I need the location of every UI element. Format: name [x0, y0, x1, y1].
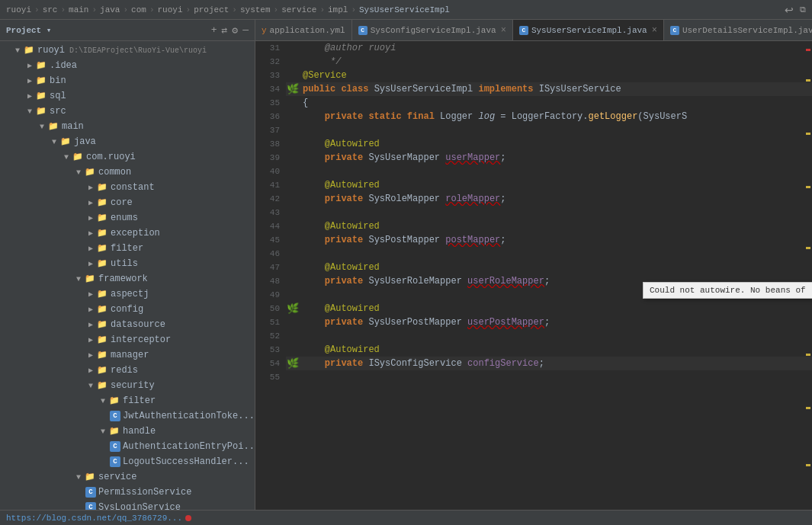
tab-userdetailsserviceimpl[interactable]: C UserDetailsServiceImpl.java ×	[664, 20, 812, 40]
sync-icon[interactable]: ⇄	[222, 24, 228, 37]
tab-sysuserserviceimpl[interactable]: C SysUserServiceImpl.java ×	[513, 20, 664, 40]
class-icon-jwt: C	[110, 411, 120, 421]
tree-item-idea[interactable]: ▶ 📁 .idea	[0, 58, 255, 73]
status-link[interactable]: https://blog.csdn.net/qq_3786729...	[6, 514, 182, 523]
tree-item-interceptor[interactable]: ▶ 📁 interceptor	[0, 332, 255, 347]
breadcrumb-ruoyi[interactable]: ruoyi	[6, 5, 31, 14]
tree-label-java: java	[74, 136, 96, 147]
folder-icon-enums: 📁	[96, 212, 108, 224]
code-line-52: 52	[255, 329, 812, 343]
line-content-39: private SysUserMapper userMapper;	[300, 151, 812, 165]
breadcrumb-java[interactable]: java	[100, 5, 120, 14]
breadcrumb-com[interactable]: com	[131, 5, 146, 14]
collapse-icon[interactable]: —	[242, 24, 249, 37]
breadcrumb-main[interactable]: main	[69, 5, 88, 14]
tree-item-framework[interactable]: ▼ 📁 framework	[0, 271, 255, 287]
gutter-50: 🌿	[286, 302, 300, 315]
arrow-exception: ▶	[85, 229, 96, 238]
tab-application-yml[interactable]: y application.yml	[255, 20, 352, 40]
code-line-50: 50 🌿 @Autowired	[255, 302, 812, 315]
arrow-bin: ▶	[24, 76, 35, 85]
tree-item-core[interactable]: ▶ 📁 core	[0, 195, 255, 210]
window-control[interactable]: ⧉	[800, 5, 806, 14]
tree-item-filter[interactable]: ▶ 📁 filter	[0, 241, 255, 256]
tree-label-src: src	[50, 106, 66, 117]
tree-item-utils[interactable]: ▶ 📁 utils	[0, 256, 255, 271]
tree-item-bin[interactable]: ▶ 📁 bin	[0, 73, 255, 88]
tree-item-jwt[interactable]: C JwtAuthenticationToke...	[0, 408, 255, 424]
tree-item-redis[interactable]: ▶ 📁 redis	[0, 363, 255, 378]
settings-icon[interactable]: ⚙	[232, 24, 238, 37]
arrow-ruoyi: ▼	[12, 46, 23, 55]
gutter-icon-54: 🌿	[287, 358, 299, 370]
tab-label-yml: application.yml	[270, 26, 345, 35]
add-icon[interactable]: +	[211, 24, 217, 37]
tree-label-filter: filter	[111, 243, 143, 254]
arrow-security: ▼	[85, 382, 96, 390]
breadcrumb-system[interactable]: system	[240, 5, 271, 14]
tree-item-java[interactable]: ▼ 📁 java	[0, 134, 255, 149]
tree-item-aspectj[interactable]: ▶ 📁 aspectj	[0, 287, 255, 302]
tree-item-manager[interactable]: ▶ 📁 manager	[0, 347, 255, 363]
tree-item-com-ruoyi[interactable]: ▼ 📁 com.ruoyi	[0, 149, 255, 165]
tree-item-syslogin-service[interactable]: C SysLoginService	[0, 500, 255, 510]
folder-icon-handle: 📁	[108, 425, 120, 437]
gutter-36	[286, 110, 300, 123]
gutter-46	[286, 247, 300, 261]
tree-label-handle: handle	[123, 426, 156, 437]
tree-label-syslogin: SysLoginService	[98, 502, 181, 510]
folder-icon-filter2: 📁	[108, 395, 120, 407]
tree-item-ruoyi[interactable]: ▼ 📁 ruoyi D:\IDEAProject\RuoYi-Vue\ruoyi	[0, 43, 255, 58]
folder-icon-config: 📁	[96, 303, 108, 315]
code-editor[interactable]: 31 @author ruoyi 32 */ 33 @Service	[255, 41, 812, 510]
tree-item-filter2[interactable]: ▼ 📁 filter	[0, 393, 255, 408]
tree-item-enums[interactable]: ▶ 📁 enums	[0, 210, 255, 226]
folder-icon-interceptor: 📁	[96, 334, 108, 346]
line-content-37	[300, 123, 812, 137]
margin-mark-warn1	[806, 79, 810, 82]
tree-item-sql[interactable]: ▶ 📁 sql	[0, 88, 255, 104]
tree-item-permission-service[interactable]: C PermissionService	[0, 485, 255, 500]
root-path: D:\IDEAProject\RuoYi-Vue\ruoyi	[69, 46, 207, 55]
arrow-redis: ▶	[85, 366, 96, 375]
breadcrumb-src[interactable]: src	[43, 5, 58, 14]
tree-item-logout[interactable]: C LogoutSuccessHandler...	[0, 454, 255, 469]
tree-item-handle[interactable]: ▼ 📁 handle	[0, 424, 255, 439]
folder-icon-service: 📁	[84, 471, 96, 483]
gutter-39	[286, 151, 300, 165]
line-content-51: private SysUserPostMapper userPostMapper…	[300, 315, 812, 329]
yml-icon: y	[262, 26, 267, 35]
line-content-44: @Autowired	[300, 219, 812, 233]
folder-icon-src: 📁	[35, 105, 47, 117]
tree-item-service[interactable]: ▼ 📁 service	[0, 469, 255, 485]
close-tab-sysconfig[interactable]: ×	[501, 25, 506, 36]
tree-item-exception[interactable]: ▶ 📁 exception	[0, 226, 255, 241]
tree-item-constant[interactable]: ▶ 📁 constant	[0, 180, 255, 195]
tree-item-auth-entry[interactable]: C AuthenticationEntryPoi...	[0, 439, 255, 454]
breadcrumb-ruoyi2[interactable]: ruoyi	[158, 5, 183, 14]
breadcrumb-impl[interactable]: impl	[328, 5, 348, 14]
tree-item-common[interactable]: ▼ 📁 common	[0, 165, 255, 180]
tree-item-config[interactable]: ▶ 📁 config	[0, 302, 255, 317]
tree-item-datasource[interactable]: ▶ 📁 datasource	[0, 317, 255, 332]
line-content-40	[300, 165, 812, 178]
gutter-37	[286, 123, 300, 137]
tree-label-core: core	[111, 197, 133, 208]
tree-item-main[interactable]: ▼ 📁 main	[0, 119, 255, 134]
arrow-filter2: ▼	[98, 397, 108, 405]
tree-item-security[interactable]: ▼ 📁 security	[0, 378, 255, 393]
breadcrumb-service[interactable]: service	[281, 5, 316, 14]
breadcrumb-project[interactable]: project	[194, 5, 229, 14]
back-button[interactable]: ↩	[785, 4, 794, 16]
tree-label-config: config	[111, 304, 143, 315]
code-line-38: 38 @Autowired	[255, 137, 812, 151]
tree-item-src[interactable]: ▼ 📁 src	[0, 104, 255, 119]
tab-sysconfigserviceimpl[interactable]: C SysConfigServiceImpl.java ×	[352, 20, 513, 40]
tree-label-main: main	[62, 121, 84, 132]
close-tab-sysuser[interactable]: ×	[652, 25, 657, 36]
arrow-manager: ▶	[85, 351, 96, 360]
gutter-34: 🌿	[286, 82, 300, 96]
class-icon-permission: C	[85, 487, 96, 498]
tree-label-auth-entry: AuthenticationEntryPoi...	[123, 441, 255, 452]
line-num-49: 49	[255, 288, 286, 302]
